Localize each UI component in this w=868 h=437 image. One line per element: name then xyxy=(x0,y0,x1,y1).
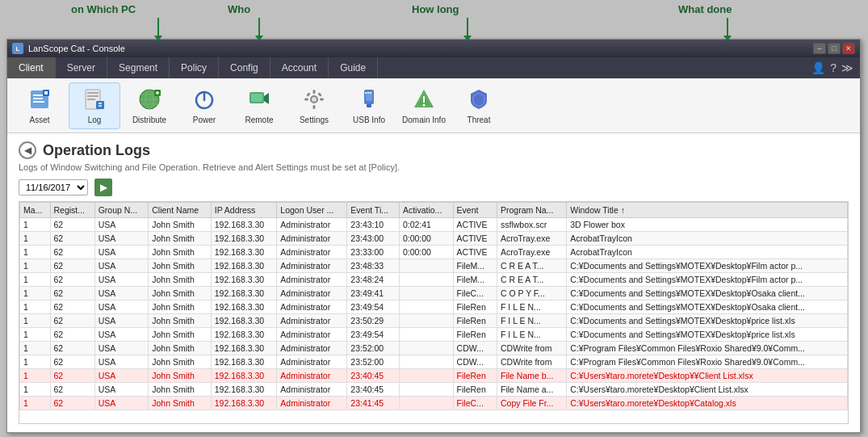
cell-3-2: USA xyxy=(94,259,149,273)
table-row[interactable]: 162USAJohn Smith192.168.3.30Administrato… xyxy=(20,383,848,397)
table-row[interactable]: 162USAJohn Smith192.168.3.30Administrato… xyxy=(20,287,848,300)
asset-button[interactable]: Asset xyxy=(14,82,65,129)
minimize-button[interactable]: – xyxy=(813,43,826,54)
svg-rect-39 xyxy=(367,92,369,94)
cell-5-5: Administrator xyxy=(277,287,347,300)
col-window-title[interactable]: Window Title ↑ xyxy=(567,203,848,218)
cell-11-8: FileRen xyxy=(453,369,497,383)
cell-10-10: C:¥Program Files¥Common Files¥Roxio Shar… xyxy=(567,355,848,369)
table-body: 162USAJohn Smith192.168.3.30Administrato… xyxy=(20,218,848,410)
table-row[interactable]: 162USAJohn Smith192.168.3.30Administrato… xyxy=(20,300,848,314)
user-icon[interactable]: 👤 xyxy=(811,61,825,74)
menu-client[interactable]: Client xyxy=(7,57,56,78)
cell-9-5: Administrator xyxy=(277,342,347,355)
col-machine[interactable]: Ma... xyxy=(20,203,51,218)
cell-0-6: 23:43:10 xyxy=(347,218,400,232)
table-row[interactable]: 162USAJohn Smith192.168.3.30Administrato… xyxy=(20,246,848,259)
col-event-time[interactable]: Event Ti... xyxy=(347,203,400,218)
table-row[interactable]: 162USAJohn Smith192.168.3.30Administrato… xyxy=(20,259,848,273)
domain-info-button[interactable]: Domain Info xyxy=(398,82,450,129)
domain-info-label: Domain Info xyxy=(402,116,446,124)
distribute-button[interactable]: Distribute xyxy=(124,82,175,129)
cell-1-0: 1 xyxy=(20,232,51,246)
cell-11-5: Administrator xyxy=(277,369,347,383)
table-row[interactable]: 162USAJohn Smith192.168.3.30Administrato… xyxy=(20,232,848,246)
cell-4-7 xyxy=(399,273,453,287)
settings-button[interactable]: Settings xyxy=(288,82,340,129)
svg-rect-40 xyxy=(370,92,371,94)
table-row[interactable]: 162USAJohn Smith192.168.3.30Administrato… xyxy=(20,218,848,232)
table-row[interactable]: 162USAJohn Smith192.168.3.30Administrato… xyxy=(20,355,848,369)
domain-icon xyxy=(411,86,437,112)
cell-9-3: John Smith xyxy=(149,342,211,355)
cell-11-7 xyxy=(399,369,453,383)
maximize-button[interactable]: □ xyxy=(828,43,841,54)
annotation-what-done: What done xyxy=(678,3,732,15)
expand-icon[interactable]: ≫ xyxy=(841,61,853,74)
title-bar-controls[interactable]: – □ ✕ xyxy=(813,43,855,54)
col-logon-user[interactable]: Logon User ... xyxy=(277,203,347,218)
usb-info-button[interactable]: USB Info xyxy=(343,82,395,129)
col-ip[interactable]: IP Address xyxy=(211,203,277,218)
cell-2-3: John Smith xyxy=(149,246,211,259)
power-label: Power xyxy=(193,116,216,124)
toolbar: Asset Log xyxy=(7,78,860,133)
main-window: L LanScope Cat - Console – □ ✕ Client Se… xyxy=(6,39,861,433)
cell-9-6: 23:52:00 xyxy=(347,342,400,355)
menu-policy[interactable]: Policy xyxy=(170,57,219,78)
date-select[interactable]: 11/16/2017 xyxy=(19,179,88,195)
help-icon[interactable]: ? xyxy=(830,61,837,74)
cell-10-8: CDW... xyxy=(453,355,497,369)
menu-server[interactable]: Server xyxy=(56,57,107,78)
cell-7-3: John Smith xyxy=(149,314,211,328)
menu-guide[interactable]: Guide xyxy=(329,57,378,78)
threat-button[interactable]: Threat xyxy=(453,82,505,129)
table-row[interactable]: 162USAJohn Smith192.168.3.30Administrato… xyxy=(20,273,848,287)
table-row[interactable]: 162USAJohn Smith192.168.3.30Administrato… xyxy=(20,342,848,355)
cell-12-6: 23:40:45 xyxy=(347,383,400,397)
cell-12-4: 192.168.3.30 xyxy=(211,383,277,397)
table-container[interactable]: Ma... Regist... Group N... Client Name I… xyxy=(19,201,849,424)
cell-6-5: Administrator xyxy=(277,300,347,314)
table-row[interactable]: 162USAJohn Smith192.168.3.30Administrato… xyxy=(20,397,848,410)
power-button[interactable]: Power xyxy=(178,82,230,129)
annotation-who: Who xyxy=(228,3,250,15)
cell-0-7: 0:02:41 xyxy=(399,218,453,232)
run-button[interactable]: ▶ xyxy=(94,179,112,196)
cell-13-4: 192.168.3.30 xyxy=(211,397,277,410)
table-row[interactable]: 162USAJohn Smith192.168.3.30Administrato… xyxy=(20,328,848,342)
remote-label: Remote xyxy=(245,116,273,124)
table-row[interactable]: 162USAJohn Smith192.168.3.30Administrato… xyxy=(20,369,848,383)
cell-6-8: FileRen xyxy=(453,300,497,314)
cell-8-9: F I L E N... xyxy=(497,328,567,342)
col-event[interactable]: Event xyxy=(453,203,497,218)
col-regist[interactable]: Regist... xyxy=(50,203,94,218)
cell-13-0: 1 xyxy=(20,397,51,410)
cell-8-10: C:¥Documents and Settings¥MOTEX¥Desktop¥… xyxy=(567,328,848,342)
col-client-name[interactable]: Client Name xyxy=(149,203,211,218)
cell-5-6: 23:49:41 xyxy=(347,287,400,300)
col-group[interactable]: Group N... xyxy=(94,203,149,218)
col-program[interactable]: Program Na... xyxy=(497,203,567,218)
cell-2-1: 62 xyxy=(50,246,94,259)
cell-11-9: File Name b... xyxy=(497,369,567,383)
cell-12-3: John Smith xyxy=(149,383,211,397)
menu-account[interactable]: Account xyxy=(270,57,329,78)
back-button[interactable]: ◀ xyxy=(19,141,36,159)
table-row[interactable]: 162USAJohn Smith192.168.3.30Administrato… xyxy=(20,314,848,328)
cell-8-1: 62 xyxy=(50,328,94,342)
col-activation[interactable]: Activatio... xyxy=(399,203,453,218)
log-button[interactable]: Log xyxy=(69,82,120,129)
cell-13-6: 23:41:45 xyxy=(347,397,400,410)
close-button[interactable]: ✕ xyxy=(842,43,855,54)
distribute-label: Distribute xyxy=(132,116,166,124)
settings-label: Settings xyxy=(300,116,329,124)
remote-button[interactable]: Remote xyxy=(233,82,285,129)
cell-7-7 xyxy=(399,314,453,328)
menu-segment[interactable]: Segment xyxy=(107,57,170,78)
menu-config[interactable]: Config xyxy=(219,57,270,78)
cell-5-10: C:¥Documents and Settings¥MOTEX¥Desktop¥… xyxy=(567,287,848,300)
cell-11-6: 23:40:45 xyxy=(347,369,400,383)
cell-3-3: John Smith xyxy=(149,259,211,273)
cell-3-1: 62 xyxy=(50,259,94,273)
